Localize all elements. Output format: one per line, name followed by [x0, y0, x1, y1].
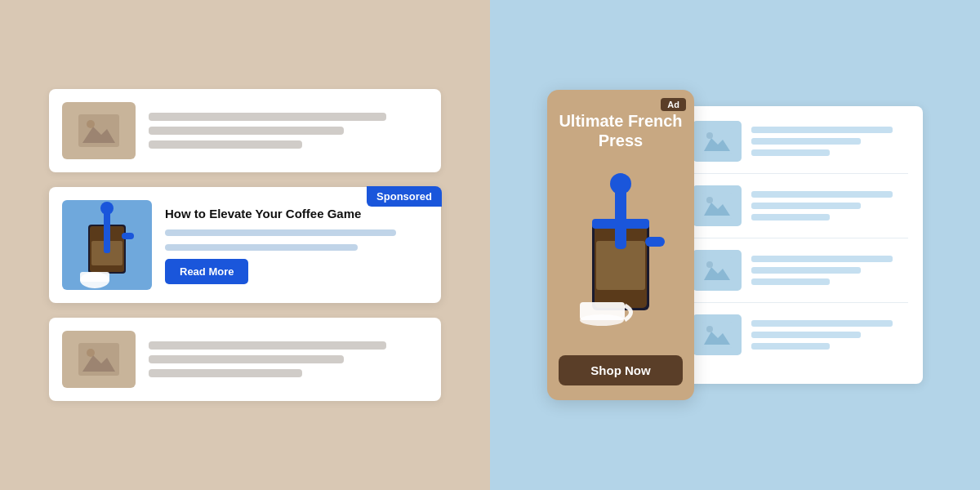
browser-lines-2	[751, 191, 908, 220]
french-press-illustration	[559, 150, 683, 355]
bottom-card-lines	[149, 341, 428, 377]
browser-thumb-3	[693, 250, 742, 291]
shop-now-button[interactable]: Shop Now	[559, 355, 683, 385]
right-panel: Ad Ultimate French Press	[490, 0, 980, 490]
browser-lines-4	[751, 320, 908, 350]
card-line-1	[149, 113, 386, 121]
browser-thumb-1	[693, 121, 742, 162]
svg-rect-21	[645, 237, 665, 247]
browser-row-4	[693, 314, 908, 355]
top-content-card	[49, 89, 441, 172]
read-more-button[interactable]: Read More	[165, 259, 248, 284]
card-line-4	[149, 341, 386, 350]
sponsored-thumbnail	[62, 200, 152, 290]
browser-row-2	[693, 185, 908, 226]
svg-point-26	[706, 132, 713, 139]
divider-1	[693, 173, 908, 174]
ad-title: Ultimate French Press	[559, 111, 683, 150]
svg-point-19	[610, 173, 631, 194]
sponsored-card: Sponsored	[49, 187, 441, 303]
browser-lines-1	[751, 127, 908, 156]
svg-rect-11	[80, 272, 109, 282]
svg-rect-7	[104, 208, 110, 253]
mobile-ad-card: Ad Ultimate French Press	[547, 90, 694, 400]
divider-3	[693, 302, 908, 303]
ad-badge: Ad	[661, 98, 686, 111]
svg-point-2	[87, 120, 95, 128]
browser-thumb-4	[693, 314, 742, 355]
svg-point-23	[580, 314, 624, 326]
svg-point-14	[87, 349, 95, 357]
svg-point-35	[706, 326, 713, 332]
top-card-lines	[149, 113, 428, 149]
card-line-6	[149, 369, 302, 377]
card-line-3	[149, 140, 302, 149]
divider-2	[693, 238, 908, 238]
sponsored-title: How to Elevate Your Coffee Game	[165, 206, 421, 222]
card-line-5	[149, 355, 344, 363]
desc-line-2	[165, 244, 358, 251]
desc-line-1	[165, 229, 396, 236]
browser-thumb-2	[693, 185, 742, 226]
browser-row-1	[693, 121, 908, 162]
left-panel: Sponsored	[0, 0, 490, 490]
top-card-thumbnail	[62, 102, 136, 159]
card-line-2	[149, 127, 344, 135]
svg-rect-9	[122, 233, 134, 239]
svg-rect-20	[592, 219, 649, 229]
bottom-card-thumbnail	[62, 331, 136, 388]
browser-lines-3	[751, 256, 908, 285]
right-content-wrapper: Ad Ultimate French Press	[547, 90, 923, 400]
browser-row-3	[693, 250, 908, 291]
sponsored-content: How to Elevate Your Coffee Game Read Mor…	[165, 206, 428, 285]
browser-content-panel	[678, 106, 923, 384]
bottom-content-card	[49, 318, 441, 401]
sponsored-badge: Sponsored	[367, 186, 442, 207]
svg-point-8	[100, 202, 114, 215]
svg-point-32	[706, 261, 713, 268]
svg-point-29	[706, 197, 713, 203]
